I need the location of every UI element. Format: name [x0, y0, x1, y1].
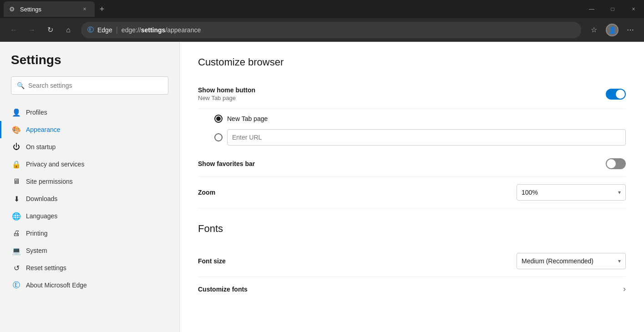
- window-controls: — □ ×: [581, 0, 644, 18]
- sidebar-item-system[interactable]: 💻 System: [0, 242, 179, 259]
- sidebar-item-label-privacy: Privacy and services: [26, 161, 84, 168]
- show-home-button-sublabel: New Tab page: [198, 95, 255, 101]
- address-url: edge://settings/appearance: [122, 26, 201, 34]
- show-favorites-toggle[interactable]: [606, 158, 626, 169]
- sidebar-item-label-appearance: Appearance: [26, 126, 61, 133]
- sidebar-item-label-site-permissions: Site permissions: [26, 178, 73, 185]
- sidebar-item-site-permissions[interactable]: 🖥 Site permissions: [0, 173, 179, 190]
- radio-new-tab-item[interactable]: New Tab page: [198, 115, 626, 123]
- edge-label: Edge: [97, 26, 112, 34]
- sidebar-title: Settings: [0, 53, 179, 76]
- font-size-dropdown-arrow: ▾: [618, 258, 621, 264]
- sidebar-item-label-on-startup: On startup: [26, 143, 56, 151]
- favorites-toggle-knob: [607, 159, 616, 168]
- show-home-button-row: Show home button New Tab page: [198, 79, 626, 109]
- sidebar-item-profiles[interactable]: 👤 Profiles: [0, 104, 179, 121]
- nav-right-controls: ☆ 👤 ⋯: [586, 22, 639, 38]
- printing-icon: 🖨: [12, 229, 20, 237]
- radio-url-row: [198, 129, 626, 146]
- menu-button[interactable]: ⋯: [622, 22, 639, 38]
- sidebar-item-privacy[interactable]: 🔒 Privacy and services: [0, 156, 179, 173]
- url-input[interactable]: [227, 129, 626, 146]
- zoom-value: 100%: [522, 189, 538, 196]
- sidebar-item-reset[interactable]: ↺ Reset settings: [0, 259, 179, 277]
- zoom-label: Zoom: [198, 189, 215, 196]
- tab-area: ⚙ Settings × +: [4, 0, 581, 18]
- downloads-icon: ⬇: [12, 195, 20, 203]
- sidebar-item-downloads[interactable]: ⬇ Downloads: [0, 190, 179, 207]
- settings-tab[interactable]: ⚙ Settings ×: [4, 1, 95, 17]
- search-icon: 🔍: [17, 82, 25, 89]
- show-home-button-labels: Show home button New Tab page: [198, 86, 255, 101]
- sidebar-item-label-downloads: Downloads: [26, 195, 57, 202]
- profile-button[interactable]: 👤: [604, 22, 620, 38]
- appearance-icon: 🎨: [12, 126, 20, 134]
- sidebar: Settings 🔍 👤 Profiles 🎨 Appearance ⏻ On …: [0, 42, 180, 332]
- close-window-button[interactable]: ×: [623, 0, 644, 18]
- sidebar-item-label-system: System: [26, 247, 47, 254]
- font-size-row: Font size Medium (Recommended) ▾: [198, 246, 626, 277]
- sidebar-item-label-reset: Reset settings: [26, 264, 66, 272]
- maximize-button[interactable]: □: [602, 0, 623, 18]
- radio-new-tab-circle[interactable]: [214, 115, 223, 123]
- font-size-value: Medium (Recommended): [522, 257, 593, 265]
- sidebar-item-appearance[interactable]: 🎨 Appearance: [0, 121, 179, 138]
- home-button[interactable]: ⌂: [60, 22, 76, 38]
- forward-button[interactable]: →: [24, 22, 40, 38]
- customize-fonts-chevron: ›: [623, 284, 626, 294]
- sidebar-item-on-startup[interactable]: ⏻ On startup: [0, 138, 179, 156]
- new-tab-button[interactable]: +: [95, 2, 109, 16]
- sidebar-item-about[interactable]: Ⓔ About Microsoft Edge: [0, 277, 179, 294]
- sidebar-item-label-about: About Microsoft Edge: [26, 282, 87, 289]
- fonts-section: Fonts Font size Medium (Recommended) ▾ C…: [198, 223, 626, 301]
- close-tab-button[interactable]: ×: [80, 5, 89, 14]
- radio-url-circle[interactable]: [214, 133, 223, 141]
- system-icon: 💻: [12, 246, 20, 255]
- refresh-button[interactable]: ↻: [42, 22, 58, 38]
- address-pipe: |: [116, 26, 118, 34]
- font-size-label: Font size: [198, 257, 226, 265]
- reset-icon: ↺: [12, 264, 20, 272]
- main-content: Settings 🔍 👤 Profiles 🎨 Appearance ⏻ On …: [0, 42, 644, 332]
- fonts-title: Fonts: [198, 223, 626, 235]
- customize-browser-title: Customize browser: [198, 56, 626, 68]
- about-icon: Ⓔ: [12, 281, 20, 289]
- profile-avatar: 👤: [606, 24, 619, 36]
- radio-new-tab-label: New Tab page: [227, 115, 268, 122]
- toggle-knob: [616, 90, 625, 99]
- edge-logo-icon: Ⓔ: [87, 26, 94, 34]
- zoom-dropdown-arrow: ▾: [618, 189, 621, 196]
- sidebar-item-printing[interactable]: 🖨 Printing: [0, 225, 179, 242]
- customize-fonts-label: Customize fonts: [198, 286, 248, 293]
- sidebar-item-label-printing: Printing: [26, 230, 47, 237]
- show-home-button-label: Show home button: [198, 86, 255, 94]
- minimize-button[interactable]: —: [581, 0, 602, 18]
- back-button[interactable]: ←: [5, 22, 22, 38]
- font-size-dropdown[interactable]: Medium (Recommended) ▾: [517, 253, 626, 269]
- show-home-button-toggle[interactable]: [606, 89, 626, 100]
- privacy-icon: 🔒: [12, 160, 20, 168]
- site-permissions-icon: 🖥: [12, 177, 20, 186]
- sidebar-item-label-profiles: Profiles: [26, 109, 47, 116]
- customize-fonts-row[interactable]: Customize fonts ›: [198, 277, 626, 301]
- zoom-row: Zoom 100% ▾: [198, 177, 626, 208]
- address-bar[interactable]: Ⓔ Edge | edge://settings/appearance: [81, 22, 581, 38]
- show-favorites-label: Show favorites bar: [198, 160, 255, 167]
- languages-icon: 🌐: [12, 212, 20, 220]
- sidebar-nav: 👤 Profiles 🎨 Appearance ⏻ On startup 🔒 P…: [0, 102, 179, 296]
- search-box[interactable]: 🔍: [11, 76, 168, 95]
- settings-tab-title: Settings: [20, 6, 41, 13]
- home-button-options: New Tab page: [198, 109, 626, 147]
- show-favorites-row: Show favorites bar: [198, 151, 626, 177]
- navbar: ← → ↻ ⌂ Ⓔ Edge | edge://settings/appeara…: [0, 18, 644, 42]
- favorites-button[interactable]: ☆: [586, 22, 602, 38]
- on-startup-icon: ⏻: [12, 143, 20, 151]
- content-area: Customize browser Show home button New T…: [180, 42, 644, 332]
- sidebar-item-languages[interactable]: 🌐 Languages: [0, 207, 179, 225]
- zoom-dropdown[interactable]: 100% ▾: [517, 184, 626, 201]
- profiles-icon: 👤: [12, 108, 20, 116]
- search-input[interactable]: [28, 82, 162, 89]
- settings-tab-icon: ⚙: [9, 5, 16, 13]
- titlebar: ⚙ Settings × + — □ ×: [0, 0, 644, 18]
- sidebar-item-label-languages: Languages: [26, 212, 57, 220]
